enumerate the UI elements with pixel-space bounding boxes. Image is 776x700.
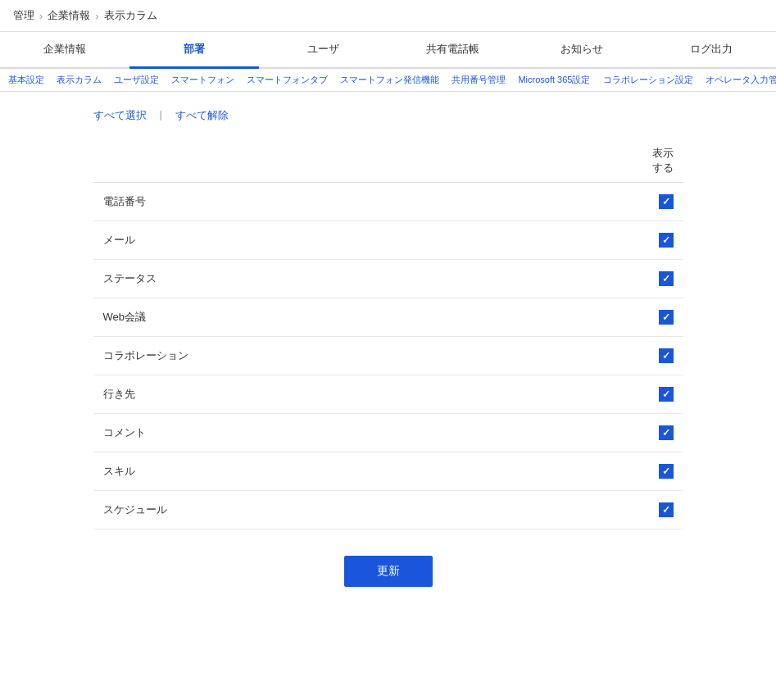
row-label: コラボレーション bbox=[93, 337, 634, 375]
sub-tab-smartphone-call[interactable]: スマートフォン発信機能 bbox=[335, 69, 444, 91]
table-row: Web会議 bbox=[93, 298, 683, 337]
checkbox-0[interactable] bbox=[659, 194, 674, 209]
row-checkbox-cell bbox=[634, 452, 683, 491]
sub-tab-hyoji[interactable]: 表示カラム bbox=[52, 69, 107, 91]
sub-tab-kyoyo[interactable]: 共用番号管理 bbox=[447, 69, 511, 91]
table-row: 行き先 bbox=[93, 375, 683, 414]
row-label: 電話番号 bbox=[93, 183, 634, 221]
checkbox-4[interactable] bbox=[659, 348, 674, 363]
row-label: Web会議 bbox=[93, 298, 634, 337]
row-checkbox-cell bbox=[634, 375, 683, 414]
breadcrumb-item-1: 管理 bbox=[13, 8, 34, 23]
sub-tab-collaboration[interactable]: コラボレーション設定 bbox=[598, 69, 698, 91]
checkbox-7[interactable] bbox=[659, 464, 674, 479]
row-label: コメント bbox=[93, 414, 634, 452]
checkbox-6[interactable] bbox=[659, 425, 674, 440]
row-label: ステータス bbox=[93, 260, 634, 298]
sub-tab-smartphone-tab[interactable]: スマートフォンタブ bbox=[242, 69, 333, 91]
checkbox-2[interactable] bbox=[659, 271, 674, 286]
checkbox-1[interactable] bbox=[659, 233, 674, 248]
row-checkbox-cell bbox=[634, 491, 683, 530]
chevron-icon: › bbox=[39, 10, 43, 22]
select-controls: すべて選択 | すべて解除 bbox=[93, 108, 683, 123]
row-label: 行き先 bbox=[93, 375, 634, 414]
column-show-header: 表示する bbox=[634, 139, 683, 183]
separator: | bbox=[160, 108, 162, 123]
tab-user[interactable]: ユーザ bbox=[259, 32, 388, 69]
sub-tab-ms365[interactable]: Microsoft 365設定 bbox=[513, 69, 595, 91]
tab-log-shukko[interactable]: ログ出力 bbox=[647, 32, 776, 69]
checkbox-3[interactable] bbox=[659, 310, 674, 325]
column-label-header bbox=[93, 139, 634, 183]
row-label: スケジュール bbox=[93, 491, 634, 530]
sub-tab-kihon[interactable]: 基本設定 bbox=[3, 69, 49, 91]
row-checkbox-cell bbox=[634, 414, 683, 452]
breadcrumb-item-3: 表示カラム bbox=[104, 8, 157, 23]
table-row: コメント bbox=[93, 414, 683, 452]
table-row: ステータス bbox=[93, 260, 683, 298]
row-checkbox-cell bbox=[634, 221, 683, 260]
settings-table: 表示する 電話番号メールステータスWeb会議コラボレーション行き先コメントスキル… bbox=[93, 139, 683, 530]
update-button[interactable]: 更新 bbox=[344, 556, 433, 587]
sub-tab-user[interactable]: ユーザ設定 bbox=[109, 69, 164, 91]
row-label: スキル bbox=[93, 452, 634, 491]
tab-kyoyudenwacyo[interactable]: 共有電話帳 bbox=[388, 32, 517, 69]
row-checkbox-cell bbox=[634, 337, 683, 375]
row-checkbox-cell bbox=[634, 183, 683, 221]
row-label: メール bbox=[93, 221, 634, 260]
tab-oshirase[interactable]: お知らせ bbox=[517, 32, 647, 69]
sub-tab-smartphone[interactable]: スマートフォン bbox=[166, 69, 239, 91]
breadcrumb-item-2: 企業情報 bbox=[48, 8, 90, 23]
select-all-button[interactable]: すべて選択 bbox=[93, 108, 147, 123]
table-row: 電話番号 bbox=[93, 183, 683, 221]
sub-tab-operator[interactable]: オペレータ入力管理 bbox=[701, 69, 776, 91]
deselect-all-button[interactable]: すべて解除 bbox=[175, 108, 229, 123]
table-row: スキル bbox=[93, 452, 683, 491]
breadcrumb: 管理 › 企業情報 › 表示カラム bbox=[0, 0, 776, 32]
table-row: スケジュール bbox=[93, 491, 683, 530]
tab-kigyojoho[interactable]: 企業情報 bbox=[0, 32, 129, 69]
tab-busho[interactable]: 部署 bbox=[129, 32, 259, 69]
table-row: コラボレーション bbox=[93, 337, 683, 375]
chevron-icon-2: › bbox=[95, 10, 98, 22]
row-checkbox-cell bbox=[634, 260, 683, 298]
sub-tabs: 基本設定 表示カラム ユーザ設定 スマートフォン スマートフォンタブ スマートフ… bbox=[0, 69, 776, 92]
table-row: メール bbox=[93, 221, 683, 260]
checkbox-8[interactable] bbox=[659, 502, 674, 517]
top-tabs: 企業情報 部署 ユーザ 共有電話帳 お知らせ ログ出力 bbox=[0, 32, 776, 69]
checkbox-5[interactable] bbox=[659, 387, 674, 402]
row-checkbox-cell bbox=[634, 298, 683, 337]
content-area: すべて選択 | すべて解除 表示する 電話番号メールステータスWeb会議コラボレ… bbox=[61, 92, 716, 603]
